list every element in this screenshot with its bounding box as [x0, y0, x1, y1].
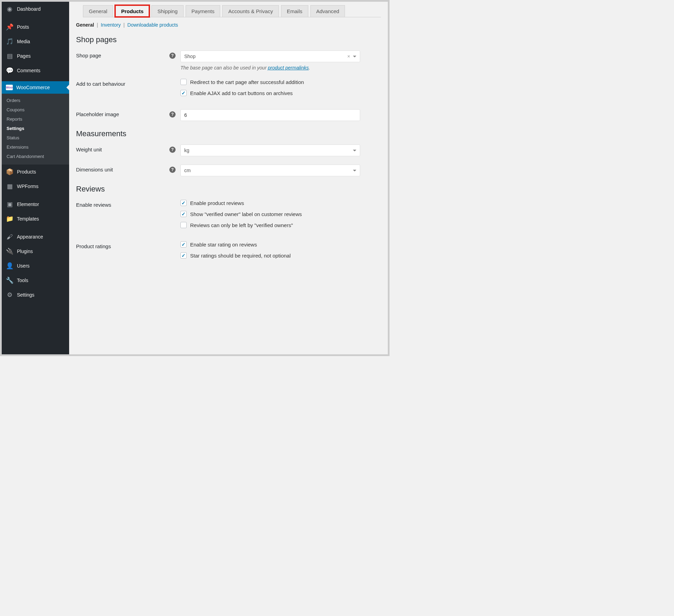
sidebar-item-label: Pages	[17, 53, 31, 59]
label-enable-reviews: Enable reviews	[76, 200, 169, 208]
products-subnav: General | Inventory | Downloadable produ…	[76, 22, 381, 28]
checkbox-enable-reviews[interactable]	[180, 200, 187, 206]
sidebar-item-label: Templates	[17, 216, 39, 222]
sidebar-item-label: Products	[17, 169, 36, 175]
placeholder-image-input[interactable]: 6	[180, 109, 360, 121]
label-weight-unit: Weight unit	[76, 144, 169, 152]
checkbox-star-required-label: Star ratings should be required, not opt…	[190, 253, 291, 259]
label-dimensions-unit: Dimensions unit	[76, 165, 169, 172]
sidebar-item-appearance[interactable]: 🖌 Appearance	[2, 230, 69, 244]
label-product-ratings: Product ratings	[76, 241, 169, 249]
product-permalinks-link[interactable]: product permalinks	[268, 65, 309, 71]
sidebar-item-pages[interactable]: ▤ Pages	[2, 49, 69, 63]
label-shop-page: Shop page	[76, 50, 169, 58]
submenu-item-cart-abandonment[interactable]: Cart Abandonment	[2, 152, 69, 161]
settings-tabs: General Products Shipping Payments Accou…	[83, 5, 381, 17]
subnav-current: General	[76, 22, 94, 28]
tab-accounts-privacy[interactable]: Accounts & Privacy	[222, 5, 279, 17]
sidebar-item-label: Dashboard	[17, 6, 41, 12]
tab-payments[interactable]: Payments	[186, 5, 221, 17]
submenu-item-reports[interactable]: Reports	[2, 114, 69, 124]
checkbox-redirect[interactable]	[180, 79, 187, 85]
section-title-shop-pages: Shop pages	[76, 35, 381, 44]
sidebar-item-label: Appearance	[17, 234, 43, 240]
weight-unit-select[interactable]: kg	[180, 144, 360, 156]
dimensions-unit-value: cm	[184, 168, 191, 173]
wpforms-icon: ▦	[6, 183, 13, 190]
checkbox-star-rating[interactable]	[180, 241, 187, 248]
clear-icon[interactable]: ×	[347, 54, 350, 59]
sidebar-item-woocommerce[interactable]: Woo WooCommerce	[2, 81, 69, 94]
sidebar-item-media[interactable]: 🎵 Media	[2, 34, 69, 49]
woocommerce-submenu: Orders Coupons Reports Settings Status E…	[2, 94, 69, 165]
checkbox-verified-only[interactable]	[180, 222, 187, 228]
sidebar-item-label: Comments	[17, 68, 40, 73]
checkbox-enable-reviews-label: Enable product reviews	[190, 200, 244, 206]
appearance-icon: 🖌	[6, 233, 13, 241]
tab-general[interactable]: General	[83, 5, 113, 17]
sidebar-item-dashboard[interactable]: ◉ Dashboard	[2, 2, 69, 16]
checkbox-verified-owner-label[interactable]	[180, 211, 187, 217]
help-icon[interactable]: ?	[169, 167, 176, 173]
checkbox-redirect-label: Redirect to the cart page after successf…	[190, 79, 304, 85]
media-icon: 🎵	[6, 38, 13, 45]
submenu-item-orders[interactable]: Orders	[2, 96, 69, 105]
subnav-link-inventory[interactable]: Inventory	[101, 22, 121, 28]
tab-advanced[interactable]: Advanced	[310, 5, 345, 17]
elementor-icon: ▣	[6, 200, 13, 208]
checkbox-star-required[interactable]	[180, 252, 187, 259]
submenu-item-settings[interactable]: Settings	[2, 124, 69, 133]
sidebar-item-templates[interactable]: 📁 Templates	[2, 212, 69, 226]
sidebar-item-label: Posts	[17, 24, 29, 30]
label-add-to-cart: Add to cart behaviour	[76, 79, 169, 87]
comments-icon: 💬	[6, 67, 13, 74]
dashboard-icon: ◉	[6, 5, 13, 13]
checkbox-verified-only-label: Reviews can only be left by "verified ow…	[190, 222, 293, 228]
sidebar-item-plugins[interactable]: 🔌 Plugins	[2, 244, 69, 259]
pages-icon: ▤	[6, 52, 13, 60]
sidebar-item-label: WPForms	[17, 184, 38, 189]
sidebar-item-elementor[interactable]: ▣ Elementor	[2, 197, 69, 212]
shop-page-value: Shop	[184, 54, 196, 59]
section-title-measurements: Measurements	[76, 129, 381, 138]
submenu-item-coupons[interactable]: Coupons	[2, 105, 69, 114]
products-icon: 📦	[6, 168, 13, 176]
submenu-item-status[interactable]: Status	[2, 133, 69, 142]
sidebar-item-label: Users	[17, 263, 30, 269]
admin-sidebar: ◉ Dashboard 📌 Posts 🎵 Media ▤ Pages 💬 Co…	[2, 2, 69, 354]
plugins-icon: 🔌	[6, 248, 13, 255]
sidebar-item-products[interactable]: 📦 Products	[2, 165, 69, 179]
sidebar-item-wpforms[interactable]: ▦ WPForms	[2, 179, 69, 194]
templates-icon: 📁	[6, 215, 13, 223]
tab-emails[interactable]: Emails	[281, 5, 308, 17]
woocommerce-icon: Woo	[6, 85, 13, 90]
sidebar-item-label: Tools	[17, 278, 28, 283]
sidebar-item-posts[interactable]: 📌 Posts	[2, 20, 69, 34]
shop-page-hint: The base page can also be used in your p…	[180, 65, 381, 71]
sidebar-item-comments[interactable]: 💬 Comments	[2, 63, 69, 78]
weight-unit-value: kg	[184, 148, 189, 153]
checkbox-ajax[interactable]	[180, 90, 187, 96]
checkbox-star-rating-label: Enable star rating on reviews	[190, 242, 257, 248]
label-placeholder-image: Placeholder image	[76, 109, 169, 117]
sidebar-item-label: Settings	[17, 292, 35, 298]
tab-shipping[interactable]: Shipping	[151, 5, 183, 17]
settings-icon: ⚙	[6, 291, 13, 299]
users-icon: 👤	[6, 262, 13, 270]
submenu-item-extensions[interactable]: Extensions	[2, 142, 69, 152]
placeholder-image-value: 6	[184, 112, 187, 118]
sidebar-item-label: Elementor	[17, 202, 39, 207]
sidebar-item-settings[interactable]: ⚙ Settings	[2, 288, 69, 302]
sidebar-item-users[interactable]: 👤 Users	[2, 259, 69, 273]
chevron-down-icon	[353, 56, 356, 57]
help-icon[interactable]: ?	[169, 111, 176, 118]
help-icon[interactable]: ?	[169, 53, 176, 59]
subnav-link-downloadable[interactable]: Downloadable products	[128, 22, 178, 28]
chevron-down-icon	[353, 170, 356, 171]
checkbox-verified-owner-label-text: Show "verified owner" label on customer …	[190, 211, 302, 217]
tab-products[interactable]: Products	[115, 5, 149, 17]
help-icon[interactable]: ?	[169, 147, 176, 153]
sidebar-item-tools[interactable]: 🔧 Tools	[2, 273, 69, 288]
dimensions-unit-select[interactable]: cm	[180, 165, 360, 176]
shop-page-select[interactable]: Shop ×	[180, 50, 360, 62]
